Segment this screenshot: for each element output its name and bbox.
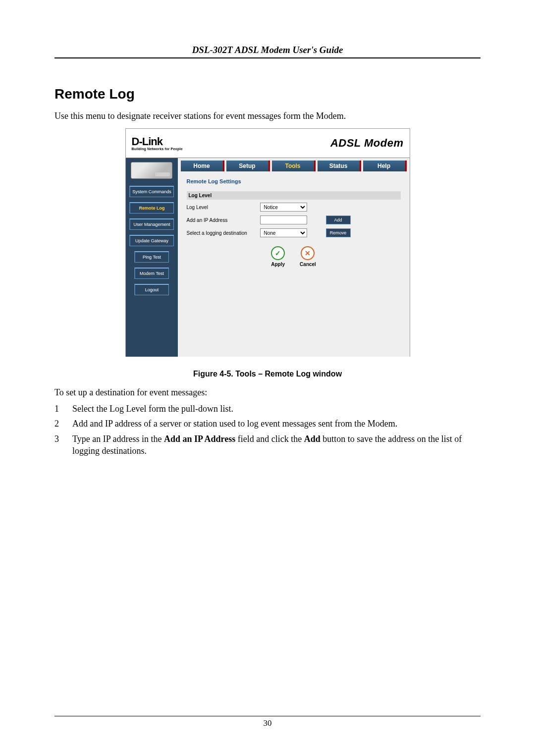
steps-list: 1 Select the Log Level form the pull-dow…: [54, 403, 481, 457]
cancel-label: Cancel: [300, 262, 316, 267]
sidebar-item-logout[interactable]: Logout: [134, 284, 169, 295]
sidebar-item-modem-test[interactable]: Modem Test: [134, 268, 169, 279]
settings-panel: Remote Log Settings Log Level Log Level …: [178, 171, 410, 274]
row-destination: Select a logging destination None Remove: [187, 228, 401, 237]
tab-status[interactable]: Status: [318, 161, 361, 171]
label-log-level: Log Level: [187, 205, 256, 210]
select-log-level[interactable]: Notice: [260, 203, 307, 212]
section-title: Remote Log: [54, 86, 481, 102]
sidebar: System Commands Remote Log User Manageme…: [126, 158, 178, 357]
step-3: 3 Type an IP address in the Add an IP Ad…: [54, 433, 481, 457]
dlink-logo: D-Link Building Networks for People: [132, 136, 183, 151]
add-button[interactable]: Add: [326, 216, 351, 224]
tab-help[interactable]: Help: [363, 161, 407, 171]
label-add-ip: Add an IP Address: [187, 217, 256, 223]
step-2: 2 Add and IP address of a server or stat…: [54, 418, 481, 430]
remove-button[interactable]: Remove: [326, 228, 351, 237]
apply-button[interactable]: ✓ Apply: [271, 246, 285, 267]
check-icon: ✓: [271, 246, 285, 260]
logo-main: D-Link: [132, 136, 183, 147]
figure-caption: Figure 4-5. Tools – Remote Log window: [54, 370, 481, 378]
row-add-ip: Add an IP Address Add: [187, 216, 401, 224]
modem-ui-screenshot: D-Link Building Networks for People ADSL…: [125, 128, 410, 357]
page-number: 30: [54, 718, 481, 728]
action-row: ✓ Apply ✕ Cancel: [187, 246, 401, 267]
row-log-level: Log Level Notice: [187, 203, 401, 212]
device-image: [131, 162, 172, 179]
tab-bar: Home Setup Tools Status Help: [178, 158, 410, 171]
step-num: 3: [54, 433, 61, 457]
intro-text: Use this menu to designate receiver stat…: [54, 111, 481, 121]
cancel-button[interactable]: ✕ Cancel: [300, 246, 316, 267]
sidebar-item-remote-log[interactable]: Remote Log: [129, 202, 174, 214]
logo-subtitle: Building Networks for People: [132, 147, 183, 151]
sidebar-item-update-gateway[interactable]: Update Gateway: [129, 235, 174, 246]
tab-home[interactable]: Home: [181, 161, 224, 171]
step-num: 2: [54, 418, 61, 430]
content-area: Home Setup Tools Status Help Remote Log …: [178, 158, 410, 357]
sidebar-item-system-commands[interactable]: System Commands: [129, 186, 174, 197]
header-rule-thick: [54, 57, 481, 58]
step-text: Type an IP address in the Add an IP Addr…: [72, 433, 481, 457]
close-icon: ✕: [301, 246, 315, 260]
doc-header: DSL-302T ADSL Modem User's Guide: [54, 45, 481, 55]
sidebar-item-ping-test[interactable]: Ping Test: [134, 251, 169, 263]
select-destination[interactable]: None: [260, 228, 307, 237]
footer-rule: [54, 716, 481, 716]
modem-header: D-Link Building Networks for People ADSL…: [126, 129, 410, 158]
panel-title: Remote Log Settings: [187, 178, 401, 184]
step-1: 1 Select the Log Level form the pull-dow…: [54, 403, 481, 415]
tab-tools[interactable]: Tools: [272, 161, 316, 171]
post-figure-text: To set up a destination for event messag…: [54, 387, 481, 398]
sidebar-item-user-management[interactable]: User Management: [129, 218, 174, 230]
group-header-log-level: Log Level: [187, 191, 401, 200]
page-footer: 30: [54, 716, 481, 728]
apply-label: Apply: [271, 262, 285, 267]
step-num: 1: [54, 403, 61, 415]
product-title: ADSL Modem: [330, 137, 404, 150]
input-add-ip[interactable]: [260, 216, 307, 224]
label-destination: Select a logging destination: [187, 230, 256, 236]
step-text: Add and IP address of a server or statio…: [72, 418, 397, 430]
step-text: Select the Log Level form the pull-down …: [72, 403, 233, 415]
tab-setup[interactable]: Setup: [226, 161, 270, 171]
